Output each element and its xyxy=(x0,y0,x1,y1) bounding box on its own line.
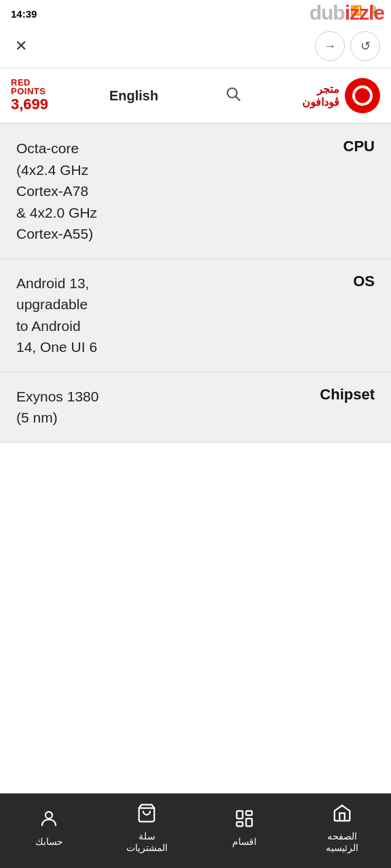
account-icon xyxy=(39,808,59,832)
svg-rect-4 xyxy=(237,811,243,818)
cpu-spec-label: CPU xyxy=(307,138,375,155)
svg-rect-6 xyxy=(246,818,253,826)
refresh-button[interactable]: ↺ xyxy=(350,31,380,61)
account-label: حسابك xyxy=(35,836,63,848)
search-button[interactable] xyxy=(219,83,246,108)
os-spec-label: OS xyxy=(307,273,375,290)
header-bar: REDPOINTS 3,699 English متجرڤودافون xyxy=(0,68,391,124)
dubizzle-logo: dubizzle xyxy=(310,1,384,24)
home-icon xyxy=(332,803,352,827)
nav-item-home[interactable]: الصفحهالرئيسيه xyxy=(293,803,391,854)
close-button[interactable]: ✕ xyxy=(11,33,31,59)
chipset-spec-label: Chipset xyxy=(307,386,375,403)
language-button[interactable]: English xyxy=(104,85,164,106)
vodafone-logo xyxy=(345,78,380,113)
cpu-spec-value: Octa-core(4x2.4 GHzCortex-A78& 4x2.0 GHz… xyxy=(16,138,97,245)
chipset-spec-value: Exynos 1380(5 nm) xyxy=(16,386,98,429)
svg-point-2 xyxy=(45,812,52,818)
bottom-nav: حسابك سلةالمشتريات اقسام xyxy=(0,793,391,868)
red-points-section: REDPOINTS 3,699 xyxy=(11,78,48,113)
os-spec-value: Android 13,upgradableto Android14, One U… xyxy=(16,273,97,358)
cart-icon xyxy=(136,803,157,827)
categories-label: اقسام xyxy=(232,836,257,848)
cart-label: سلةالمشتريات xyxy=(126,831,168,854)
svg-rect-7 xyxy=(237,822,243,826)
nav-item-categories[interactable]: اقسام xyxy=(196,808,293,848)
chipset-spec-row: Exynos 1380(5 nm) Chipset xyxy=(0,372,391,443)
red-points-label: REDPOINTS xyxy=(11,78,45,96)
forward-button[interactable]: → xyxy=(315,31,345,61)
svg-rect-5 xyxy=(246,811,253,815)
specs-section: Octa-core(4x2.4 GHzCortex-A78& 4x2.0 GHz… xyxy=(0,124,391,443)
vodafone-store-text: متجرڤودافون xyxy=(302,83,339,108)
nav-item-cart[interactable]: سلةالمشتريات xyxy=(98,803,196,854)
os-spec-row: Android 13,upgradableto Android14, One U… xyxy=(0,259,391,372)
home-label: الصفحهالرئيسيه xyxy=(326,831,358,854)
top-nav: ✕ → ↺ xyxy=(0,24,391,68)
status-time: 14:39 xyxy=(11,8,37,20)
nav-item-account[interactable]: حسابك xyxy=(0,808,98,848)
vodafone-store: متجرڤودافون xyxy=(302,78,380,113)
categories-icon xyxy=(234,808,255,832)
cpu-spec-row: Octa-core(4x2.4 GHzCortex-A78& 4x2.0 GHz… xyxy=(0,124,391,259)
svg-line-1 xyxy=(236,97,240,101)
red-points-value: 3,699 xyxy=(11,96,48,113)
